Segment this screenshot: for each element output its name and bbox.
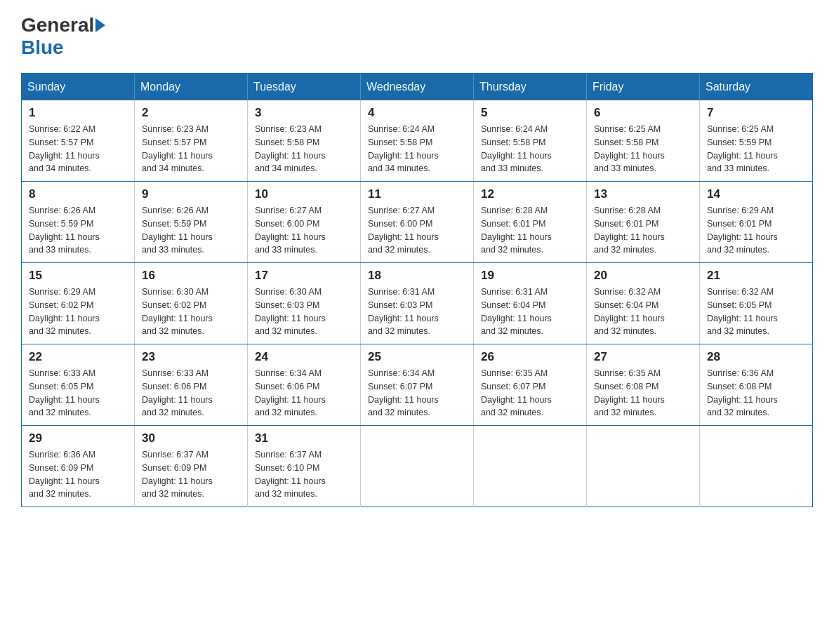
day-number: 3 — [255, 106, 353, 120]
calendar-day-cell: 7 Sunrise: 6:25 AMSunset: 5:59 PMDayligh… — [700, 100, 813, 182]
day-number: 19 — [481, 269, 579, 283]
calendar-day-cell: 31 Sunrise: 6:37 AMSunset: 6:10 PMDaylig… — [248, 426, 361, 507]
calendar-day-cell: 6 Sunrise: 6:25 AMSunset: 5:58 PMDayligh… — [587, 100, 700, 182]
day-number: 14 — [707, 187, 805, 201]
day-number: 11 — [368, 187, 466, 201]
day-info: Sunrise: 6:24 AMSunset: 5:58 PMDaylight:… — [481, 124, 552, 173]
day-number: 1 — [29, 106, 127, 120]
day-info: Sunrise: 6:32 AMSunset: 6:04 PMDaylight:… — [594, 287, 665, 336]
logo-arrow-icon — [95, 18, 105, 32]
calendar-week-row: 1 Sunrise: 6:22 AMSunset: 5:57 PMDayligh… — [22, 100, 813, 182]
day-info: Sunrise: 6:37 AMSunset: 6:10 PMDaylight:… — [255, 450, 326, 499]
calendar-day-cell: 16 Sunrise: 6:30 AMSunset: 6:02 PMDaylig… — [135, 263, 248, 344]
calendar-header-monday: Monday — [135, 74, 248, 101]
calendar-day-cell: 9 Sunrise: 6:26 AMSunset: 5:59 PMDayligh… — [135, 182, 248, 263]
calendar-week-row: 15 Sunrise: 6:29 AMSunset: 6:02 PMDaylig… — [22, 263, 813, 344]
calendar-day-cell: 22 Sunrise: 6:33 AMSunset: 6:05 PMDaylig… — [22, 344, 135, 426]
day-number: 29 — [29, 431, 127, 445]
calendar-day-cell: 15 Sunrise: 6:29 AMSunset: 6:02 PMDaylig… — [22, 263, 135, 344]
calendar-day-cell — [474, 426, 587, 507]
day-info: Sunrise: 6:25 AMSunset: 5:58 PMDaylight:… — [594, 124, 665, 173]
calendar-week-row: 22 Sunrise: 6:33 AMSunset: 6:05 PMDaylig… — [22, 344, 813, 426]
logo: General Blue — [21, 14, 107, 59]
logo-blue-text: Blue — [21, 36, 64, 59]
day-info: Sunrise: 6:22 AMSunset: 5:57 PMDaylight:… — [29, 124, 100, 173]
day-info: Sunrise: 6:23 AMSunset: 5:58 PMDaylight:… — [255, 124, 326, 173]
calendar-day-cell: 18 Sunrise: 6:31 AMSunset: 6:03 PMDaylig… — [361, 263, 474, 344]
calendar-day-cell: 29 Sunrise: 6:36 AMSunset: 6:09 PMDaylig… — [22, 426, 135, 507]
calendar-day-cell: 23 Sunrise: 6:33 AMSunset: 6:06 PMDaylig… — [135, 344, 248, 426]
day-info: Sunrise: 6:32 AMSunset: 6:05 PMDaylight:… — [707, 287, 778, 336]
day-info: Sunrise: 6:35 AMSunset: 6:08 PMDaylight:… — [594, 368, 665, 417]
day-number: 23 — [142, 350, 240, 364]
calendar-day-cell: 10 Sunrise: 6:27 AMSunset: 6:00 PMDaylig… — [248, 182, 361, 263]
calendar-day-cell: 20 Sunrise: 6:32 AMSunset: 6:04 PMDaylig… — [587, 263, 700, 344]
day-number: 30 — [142, 431, 240, 445]
day-number: 20 — [594, 269, 692, 283]
calendar-header-tuesday: Tuesday — [248, 74, 361, 101]
day-number: 10 — [255, 187, 353, 201]
day-number: 5 — [481, 106, 579, 120]
day-number: 12 — [481, 187, 579, 201]
calendar-day-cell: 5 Sunrise: 6:24 AMSunset: 5:58 PMDayligh… — [474, 100, 587, 182]
day-info: Sunrise: 6:26 AMSunset: 5:59 PMDaylight:… — [142, 206, 213, 255]
calendar-day-cell: 14 Sunrise: 6:29 AMSunset: 6:01 PMDaylig… — [700, 182, 813, 263]
logo-general-text: General — [21, 14, 94, 36]
calendar-day-cell: 24 Sunrise: 6:34 AMSunset: 6:06 PMDaylig… — [248, 344, 361, 426]
day-number: 27 — [594, 350, 692, 364]
day-info: Sunrise: 6:37 AMSunset: 6:09 PMDaylight:… — [142, 450, 213, 499]
day-number: 15 — [29, 269, 127, 283]
logo-text: General — [21, 14, 107, 36]
calendar-header-row: SundayMondayTuesdayWednesdayThursdayFrid… — [22, 74, 813, 101]
day-number: 13 — [594, 187, 692, 201]
day-info: Sunrise: 6:28 AMSunset: 6:01 PMDaylight:… — [594, 206, 665, 255]
calendar-day-cell: 13 Sunrise: 6:28 AMSunset: 6:01 PMDaylig… — [587, 182, 700, 263]
calendar-day-cell: 27 Sunrise: 6:35 AMSunset: 6:08 PMDaylig… — [587, 344, 700, 426]
day-info: Sunrise: 6:35 AMSunset: 6:07 PMDaylight:… — [481, 368, 552, 417]
calendar-day-cell: 30 Sunrise: 6:37 AMSunset: 6:09 PMDaylig… — [135, 426, 248, 507]
calendar-header-saturday: Saturday — [700, 74, 813, 101]
day-number: 9 — [142, 187, 240, 201]
day-info: Sunrise: 6:31 AMSunset: 6:04 PMDaylight:… — [481, 287, 552, 336]
day-number: 2 — [142, 106, 240, 120]
calendar-day-cell — [361, 426, 474, 507]
calendar-day-cell — [700, 426, 813, 507]
day-number: 18 — [368, 269, 466, 283]
day-number: 31 — [255, 431, 353, 445]
calendar-week-row: 8 Sunrise: 6:26 AMSunset: 5:59 PMDayligh… — [22, 182, 813, 263]
day-number: 25 — [368, 350, 466, 364]
day-number: 17 — [255, 269, 353, 283]
day-number: 8 — [29, 187, 127, 201]
day-info: Sunrise: 6:30 AMSunset: 6:02 PMDaylight:… — [142, 287, 213, 336]
day-info: Sunrise: 6:33 AMSunset: 6:05 PMDaylight:… — [29, 368, 100, 417]
day-info: Sunrise: 6:25 AMSunset: 5:59 PMDaylight:… — [707, 124, 778, 173]
day-number: 22 — [29, 350, 127, 364]
calendar-day-cell: 17 Sunrise: 6:30 AMSunset: 6:03 PMDaylig… — [248, 263, 361, 344]
calendar-day-cell: 3 Sunrise: 6:23 AMSunset: 5:58 PMDayligh… — [248, 100, 361, 182]
day-info: Sunrise: 6:28 AMSunset: 6:01 PMDaylight:… — [481, 206, 552, 255]
day-info: Sunrise: 6:27 AMSunset: 6:00 PMDaylight:… — [255, 206, 326, 255]
day-info: Sunrise: 6:31 AMSunset: 6:03 PMDaylight:… — [368, 287, 439, 336]
calendar-day-cell: 26 Sunrise: 6:35 AMSunset: 6:07 PMDaylig… — [474, 344, 587, 426]
calendar-day-cell — [587, 426, 700, 507]
day-info: Sunrise: 6:34 AMSunset: 6:07 PMDaylight:… — [368, 368, 439, 417]
day-info: Sunrise: 6:29 AMSunset: 6:01 PMDaylight:… — [707, 206, 778, 255]
day-number: 28 — [707, 350, 805, 364]
page-header: General Blue — [21, 14, 813, 59]
calendar-header-wednesday: Wednesday — [361, 74, 474, 101]
day-number: 6 — [594, 106, 692, 120]
calendar-day-cell: 21 Sunrise: 6:32 AMSunset: 6:05 PMDaylig… — [700, 263, 813, 344]
calendar-day-cell: 28 Sunrise: 6:36 AMSunset: 6:08 PMDaylig… — [700, 344, 813, 426]
calendar-day-cell: 8 Sunrise: 6:26 AMSunset: 5:59 PMDayligh… — [22, 182, 135, 263]
day-info: Sunrise: 6:36 AMSunset: 6:09 PMDaylight:… — [29, 450, 100, 499]
day-number: 26 — [481, 350, 579, 364]
day-info: Sunrise: 6:36 AMSunset: 6:08 PMDaylight:… — [707, 368, 778, 417]
calendar-table: SundayMondayTuesdayWednesdayThursdayFrid… — [21, 73, 813, 507]
day-info: Sunrise: 6:23 AMSunset: 5:57 PMDaylight:… — [142, 124, 213, 173]
day-info: Sunrise: 6:27 AMSunset: 6:00 PMDaylight:… — [368, 206, 439, 255]
calendar-day-cell: 12 Sunrise: 6:28 AMSunset: 6:01 PMDaylig… — [474, 182, 587, 263]
day-info: Sunrise: 6:24 AMSunset: 5:58 PMDaylight:… — [368, 124, 439, 173]
day-number: 16 — [142, 269, 240, 283]
day-info: Sunrise: 6:34 AMSunset: 6:06 PMDaylight:… — [255, 368, 326, 417]
day-number: 7 — [707, 106, 805, 120]
